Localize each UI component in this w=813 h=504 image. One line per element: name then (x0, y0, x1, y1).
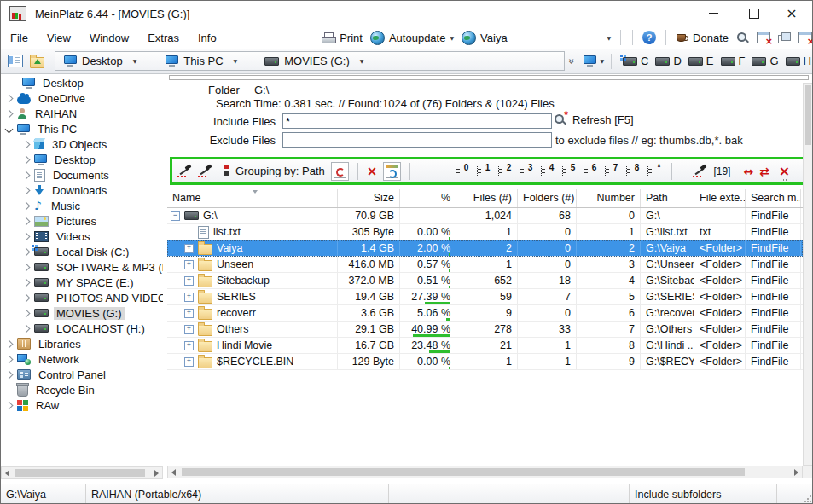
table-row-series[interactable]: +SERIES19.4 GB27.39 %5975G:\SERIES<Folde… (167, 289, 803, 305)
donate-button[interactable]: Donate (676, 32, 729, 44)
column-header-file-exte[interactable]: File exte... (694, 189, 746, 207)
table-row-recycle-bin[interactable]: +$RECYCLE.BIN129 Byte0.00 %119G:\$RECY..… (167, 354, 803, 370)
expand-icon[interactable]: + (184, 309, 194, 318)
expand-width-icon[interactable]: ↔ (743, 165, 753, 178)
exclude-files-input[interactable] (282, 132, 552, 148)
minimize-button[interactable] (694, 1, 732, 26)
export-icon[interactable]: × (779, 163, 790, 179)
tree-depth-button-3[interactable]: 3 (517, 164, 532, 178)
sidebar-item-documents[interactable]: Documents (3, 167, 163, 182)
drive-button-d[interactable]: D (653, 52, 683, 71)
grouping-label[interactable]: Grouping by: Path (235, 165, 325, 177)
crumb-movies-g[interactable]: MOVIES (G:)▼ (256, 52, 372, 70)
sidebar-item-3d-objects[interactable]: 3D Objects (3, 136, 163, 152)
column-header-path[interactable]: Path (641, 189, 694, 207)
tools-count-icon[interactable] (693, 165, 707, 177)
menu-window[interactable]: Window (80, 26, 138, 49)
main-vertical-scrollbar[interactable] (803, 83, 813, 466)
column-header-size[interactable]: Size (338, 189, 400, 207)
chevron-down-icon[interactable]: ▼ (133, 58, 137, 64)
expander-chevron-icon[interactable] (22, 232, 31, 240)
expander-chevron-icon[interactable] (22, 247, 31, 256)
sidebar-item-music[interactable]: ♪Music (3, 198, 163, 213)
sidebar-item-raw[interactable]: RAw (3, 397, 163, 413)
chevron-down-icon[interactable]: ▼ (360, 58, 364, 64)
sidebar-item-software-mp3-d[interactable]: SOFTWARE & MP3 (D:) (3, 259, 163, 275)
sidebar-item-photos-and-videos-f[interactable]: PHOTOS AND VIDEOS (F: (3, 290, 163, 305)
expander-chevron-icon[interactable] (22, 217, 31, 225)
expander-chevron-icon[interactable] (22, 324, 31, 333)
include-files-input[interactable] (282, 113, 552, 129)
expander-chevron-icon[interactable] (22, 155, 31, 164)
drive-button-g[interactable]: G (749, 52, 781, 71)
toggle-grouping-button[interactable] (331, 162, 349, 181)
scan-tool-alt-icon[interactable] (198, 165, 212, 177)
sidebar-item-raihan[interactable]: RAIHAN (3, 106, 163, 121)
refresh-button[interactable]: * Refresh [F5] (554, 113, 634, 126)
cascade-windows-icon[interactable] (778, 32, 791, 43)
scroll-right-icon[interactable] (791, 466, 802, 478)
print-button[interactable]: Print (322, 32, 363, 44)
tree-depth-button-5[interactable]: 5 (560, 164, 575, 178)
chevron-down-icon[interactable]: ▼ (234, 58, 238, 64)
table-row-others[interactable]: +Others29.1 GB40.99 %278337G:\Others<Fol… (167, 322, 803, 338)
sidebar-item-downloads[interactable]: Downloads (3, 182, 163, 198)
expander-chevron-icon[interactable] (5, 94, 14, 102)
swap-columns-icon[interactable]: ⇄ (759, 165, 769, 178)
tree-depth-button-2[interactable]: 2 (496, 164, 511, 178)
recycle-refresh-button[interactable] (383, 162, 401, 181)
column-header-folders[interactable]: Folders (#) (518, 189, 577, 207)
collapse-icon[interactable]: − (171, 211, 180, 221)
expander-chevron-icon[interactable] (22, 293, 31, 302)
menu-view[interactable]: View (38, 26, 80, 49)
sidebar-item-network[interactable]: Network (3, 351, 163, 367)
expand-icon[interactable]: + (184, 357, 194, 367)
scrollbar-thumb[interactable] (805, 85, 811, 145)
maximize-button[interactable] (735, 1, 773, 26)
expander-chevron-icon[interactable] (22, 140, 31, 148)
menu-info[interactable]: Info (189, 26, 226, 49)
expand-icon[interactable]: + (184, 260, 194, 269)
table-row-g[interactable]: −G:\70.9 GB1,024680G:\FindFile (167, 208, 803, 224)
expander-chevron-icon[interactable] (5, 109, 14, 118)
tree-depth-button-7[interactable]: 7 (602, 164, 618, 178)
sidebar-item-desktop[interactable]: Desktop (3, 152, 163, 167)
scrollbar-thumb[interactable] (182, 468, 745, 476)
search-icon[interactable] (736, 32, 749, 44)
sidebar-item-onedrive[interactable]: OneDrive (3, 90, 163, 106)
crumb-desktop[interactable]: Desktop▼ (55, 52, 145, 70)
expander-chevron-icon[interactable] (5, 401, 14, 409)
tree-depth-button-4[interactable]: 4 (538, 164, 554, 178)
sidebar-item-movies-g[interactable]: MOVIES (G:) (3, 305, 163, 321)
table-row-unseen[interactable]: +Unseen416.0 MB0.57 %103G:\Unseen<Folder… (167, 257, 803, 273)
crumb-this-pc[interactable]: This PC▼ (157, 52, 246, 70)
expander-chevron-icon[interactable] (5, 339, 14, 348)
expand-icon[interactable]: + (184, 293, 194, 302)
column-header-[interactable]: % (400, 189, 456, 207)
column-header-search-m[interactable]: Search m... (746, 189, 801, 207)
column-header-number[interactable]: Number (577, 189, 641, 207)
expander-chevron-icon[interactable] (5, 355, 14, 363)
expander-chevron-icon[interactable] (22, 201, 31, 210)
menu-extras[interactable]: Extras (138, 26, 189, 49)
column-header-files[interactable]: Files (#) (456, 189, 518, 207)
expand-icon[interactable]: + (184, 276, 194, 286)
scroll-right-icon[interactable] (151, 467, 162, 478)
expander-chevron-icon[interactable] (22, 171, 31, 179)
menu-file[interactable]: File (1, 26, 38, 49)
drive-button-c[interactable]: C (620, 52, 651, 71)
table-row-vaiya[interactable]: +Vaiya1.4 GB2.00 %202G:\Vaiya<Folder>Fin… (167, 240, 803, 257)
sidebar-item-my-space-e[interactable]: MY SPACE (E:) (3, 275, 163, 290)
tree-depth-button-8[interactable]: 8 (624, 164, 639, 178)
table-row-sitebackup[interactable]: +Sitebackup372.0 MB0.51 %652184G:\Siteba… (167, 273, 803, 289)
chevron-down-icon[interactable]: ▼ (607, 35, 611, 41)
drive-button-e[interactable]: E (686, 52, 717, 71)
expander-chevron-icon[interactable] (5, 370, 14, 379)
close-button[interactable]: × (773, 1, 810, 26)
table-row-hindi-movie[interactable]: +Hindi Movie16.7 GB23.48 %2118G:\Hindi .… (167, 338, 803, 354)
expander-chevron-icon[interactable] (22, 263, 31, 271)
sidebar-item-desktop[interactable]: Desktop (3, 75, 163, 90)
main-horizontal-scrollbar[interactable] (167, 466, 803, 478)
expander-chevron-icon[interactable] (5, 125, 14, 133)
sidebar-item-local-disk-c[interactable]: Local Disk (C:) (3, 244, 163, 259)
